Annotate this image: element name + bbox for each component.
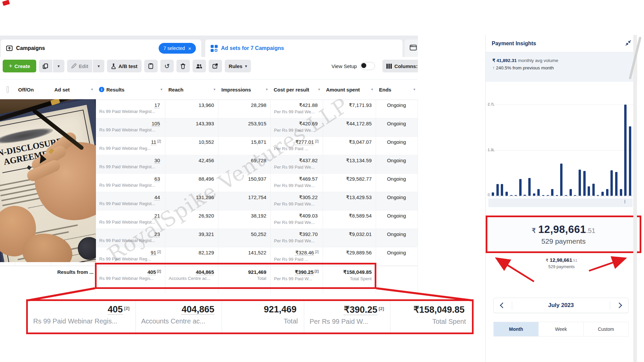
- delete-button[interactable]: [176, 60, 190, 72]
- tab-ads-partial[interactable]: [405, 40, 418, 57]
- people-icon: [196, 64, 202, 69]
- impressions-cell: 141,522: [218, 247, 270, 265]
- col-header-cost-per-result[interactable]: Cost per result▼: [270, 87, 323, 93]
- cpr-sublabel: Per Rs 99 Paid We...: [274, 201, 319, 206]
- bar: [547, 195, 549, 196]
- bar: [592, 184, 595, 196]
- info-icon[interactable]: i: [99, 87, 104, 92]
- panel-scrollbar[interactable]: [633, 35, 637, 362]
- summary-row: Results from ... 405[2] Rs 99 Paid Webin…: [0, 266, 418, 293]
- tab-campaigns[interactable]: Campaigns 7 selected ×: [1, 40, 201, 57]
- col-header-impressions[interactable]: Impressions▼: [218, 87, 270, 93]
- tab-adsets[interactable]: Ad sets for 7 Campaigns: [205, 40, 402, 57]
- summary-callout-box: 405[2] Rs 99 Paid Webinar Regis... 404,8…: [26, 299, 474, 334]
- col-header-reach[interactable]: Reach▼: [165, 87, 218, 93]
- multi-tag: [2]: [315, 250, 319, 254]
- clipboard-button[interactable]: [144, 60, 158, 72]
- select-all-checkbox[interactable]: [7, 86, 9, 93]
- cpr-sublabel: Per Rs 99 Paid ...: [274, 257, 319, 262]
- impressions-value: 69,728: [222, 158, 266, 163]
- multi-tag: [2]: [157, 250, 161, 254]
- results-sublabel: Rs 99 Paid Webinar Regist...: [99, 164, 161, 169]
- results-sublabel: Rs 99 Paid Webinar Regist...: [99, 109, 161, 114]
- callout-value: 404,865: [181, 304, 214, 315]
- cpr-value: ₹437.82: [299, 158, 318, 163]
- undo-button[interactable]: ↺: [160, 60, 174, 72]
- duplicate-button[interactable]: [39, 60, 52, 72]
- cpr-value: ₹420.69: [299, 121, 318, 126]
- impressions-value: 141,522: [222, 250, 266, 255]
- edit-button[interactable]: Edit: [67, 60, 92, 72]
- create-button[interactable]: + Create: [3, 60, 36, 72]
- amount-spent-value: ₹7,171.93: [326, 102, 372, 108]
- bar: [537, 189, 540, 196]
- duplicate-dropdown-button[interactable]: ▾: [53, 60, 64, 72]
- sort-icon[interactable]: ▼: [91, 88, 94, 91]
- columns-icon: [386, 64, 392, 69]
- period-tabs: Month Week Custom: [493, 322, 629, 337]
- audiences-button[interactable]: [193, 60, 206, 72]
- browser-window-icon: [410, 45, 417, 52]
- sort-icon[interactable]: ▼: [265, 88, 268, 91]
- cpr-value: ₹328.46: [295, 250, 314, 256]
- col-header-amount-spent[interactable]: Amount spent▼: [323, 87, 376, 93]
- amount-spent-cell: ₹29,889.56: [323, 247, 376, 265]
- prev-month-button[interactable]: [494, 298, 512, 313]
- rupee-symbol: ₹: [532, 227, 536, 235]
- callout-label: Total Spent: [396, 318, 466, 325]
- ends-cell: Ongoing: [376, 247, 418, 265]
- close-icon[interactable]: ×: [188, 46, 191, 51]
- amount-spent-value: ₹3,047.07: [326, 139, 372, 145]
- amount-spent-cell: ₹29,582.77: [323, 174, 376, 192]
- col-header-ends[interactable]: Ends▼: [376, 87, 418, 93]
- results-sublabel: Rs 99 Paid Webinar Regist...: [99, 183, 161, 188]
- total-small-repeat: ₹ 12,98,661.51 529 payments: [486, 257, 637, 269]
- ends-value: Ongoing: [379, 158, 414, 163]
- sort-icon[interactable]: ▼: [318, 88, 321, 91]
- summary-amount-spent: ₹158,049.85 Total Spent: [323, 266, 376, 293]
- columns-button[interactable]: Columns: C: [382, 60, 418, 72]
- cost-per-result-cell: ₹305.22 Per Rs 99 Paid We...: [270, 192, 323, 210]
- results-cell: 11[2] Rs 99 Paid Webinar Reg...: [96, 137, 165, 155]
- results-value: 91: [151, 250, 156, 256]
- impressions-cell: 28,298: [218, 100, 270, 118]
- stats-block: ₹ 41,892.31 monthly avg volume ↑ 240.5% …: [486, 52, 637, 82]
- multi-tag: [2]: [379, 306, 384, 311]
- copy-icon: [43, 63, 48, 69]
- bar: [574, 195, 576, 196]
- edit-dropdown-button[interactable]: ▾: [93, 60, 104, 72]
- tab-week[interactable]: Week: [538, 322, 583, 336]
- sort-icon[interactable]: ▼: [413, 88, 416, 91]
- selected-count-badge[interactable]: 7 selected ×: [159, 43, 196, 54]
- callout-label: Rs 99 Paid Webinar Regis...: [33, 317, 129, 325]
- summary-impressions: 921,469 Total: [218, 266, 270, 293]
- next-month-button[interactable]: [610, 298, 628, 313]
- bar: [542, 195, 544, 196]
- campaigns-folder-icon: [6, 45, 13, 51]
- ends-cell: Ongoing: [376, 155, 418, 173]
- impressions-value: 50,252: [222, 231, 266, 237]
- rules-button[interactable]: Rules ▾: [225, 60, 251, 72]
- view-setup-toggle[interactable]: [360, 62, 375, 70]
- ab-test-button[interactable]: A/B test: [107, 60, 142, 72]
- export-button[interactable]: [209, 60, 222, 72]
- callout-label: Accounts Centre ac...: [141, 317, 216, 325]
- cost-per-result-cell: ₹277.01[2] Per Rs 99 Paid ...: [270, 137, 323, 155]
- tab-month[interactable]: Month: [494, 322, 538, 336]
- results-value: 23: [154, 231, 160, 237]
- results-cell: 23 Rs 99 Paid Webinar Regist...: [96, 229, 165, 247]
- sort-icon[interactable]: ▼: [371, 88, 374, 91]
- flask-icon: [111, 63, 116, 69]
- ends-value: Ongoing: [379, 139, 414, 145]
- cpr-value: ₹421.88: [299, 102, 318, 108]
- tab-custom[interactable]: Custom: [583, 322, 628, 336]
- multi-tag: [2]: [157, 139, 161, 143]
- sort-icon[interactable]: ▼: [160, 88, 163, 91]
- reach-cell: 82,129: [165, 247, 218, 265]
- view-setup-label: View Setup: [331, 63, 357, 69]
- sort-icon[interactable]: ▼: [213, 88, 216, 91]
- col-header-ad-set[interactable]: Ad set▼: [51, 87, 96, 93]
- col-header-results[interactable]: iResults▼: [96, 87, 165, 93]
- collapse-icon[interactable]: [625, 40, 631, 47]
- amount-spent-cell: ₹13,134.59: [323, 155, 376, 173]
